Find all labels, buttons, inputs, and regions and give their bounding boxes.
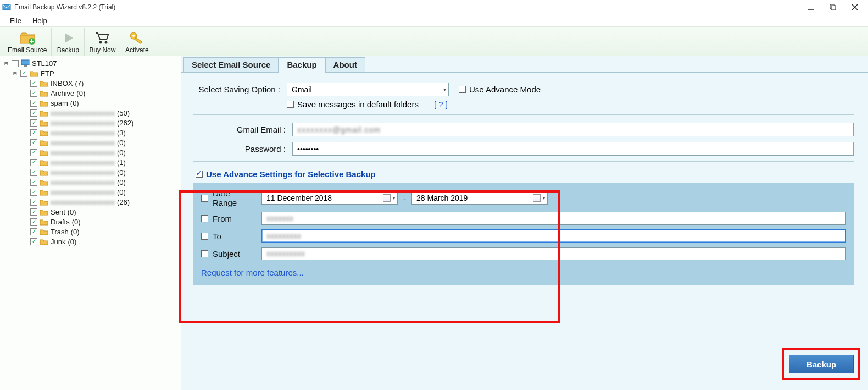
tree-item[interactable]: xxxxxxxxxxxxxxxxxx (3) (3, 128, 179, 138)
app-icon (2, 3, 11, 12)
calendar-icon (533, 194, 541, 202)
tree-checkbox[interactable] (30, 90, 37, 97)
svg-point-13 (132, 35, 135, 37)
tab-content: Select Saving Option : Gmail ▾ Use Advan… (181, 73, 868, 390)
svg-rect-16 (24, 65, 27, 67)
tree-item[interactable]: xxxxxxxxxxxxxxxxxx (262) (3, 118, 179, 128)
tree-checkbox[interactable] (30, 208, 37, 216)
tree-item[interactable]: xxxxxxxxxxxxxxxxxx (0) (3, 167, 179, 177)
close-button[interactable] (844, 1, 866, 13)
folder-icon (40, 149, 48, 156)
minimize-button[interactable] (800, 1, 822, 13)
tab-select-email-source[interactable]: Select Email Source (183, 57, 279, 72)
toolbar-email-source[interactable]: Email Source (3, 28, 52, 56)
tree-checkbox[interactable] (30, 100, 37, 107)
menu-file[interactable]: File (4, 15, 27, 26)
folder-icon (40, 89, 48, 97)
folder-icon (40, 198, 48, 206)
tree-checkbox[interactable] (30, 189, 37, 196)
folder-icon (40, 79, 48, 87)
window-title: Email Backup Wizard v8.2.2 (Trial) (14, 3, 115, 11)
folder-icon (40, 129, 48, 136)
request-features-link[interactable]: Request for more features... (201, 268, 304, 277)
svg-rect-15 (21, 60, 29, 65)
tree-checkbox[interactable] (30, 149, 37, 156)
folder-icon (40, 218, 48, 226)
tree-checkbox[interactable] (30, 159, 37, 166)
collapse-icon[interactable]: ⊟ (12, 70, 18, 77)
password-input[interactable]: •••••••• (292, 142, 854, 156)
tree-item[interactable]: Junk (0) (3, 237, 179, 246)
tree-item[interactable]: xxxxxxxxxxxxxxxxxx (0) (3, 138, 179, 147)
to-input[interactable]: xxxxxxxxx (261, 229, 846, 243)
date-from-input[interactable]: 11 December 2018 ▾ (261, 191, 398, 205)
save-default-checkbox[interactable]: Save messages in default folders (287, 100, 419, 109)
maximize-button[interactable] (822, 1, 844, 13)
tree-item[interactable]: spam (0) (3, 98, 179, 108)
tabs: Select Email Source Backup About (181, 56, 868, 73)
tab-backup[interactable]: Backup (279, 57, 325, 73)
to-checkbox[interactable]: To (201, 232, 256, 241)
computer-icon (21, 59, 30, 67)
chevron-down-icon: ▾ (393, 196, 395, 201)
from-input[interactable]: xxxxxxx (261, 212, 846, 225)
tree-checkbox[interactable] (20, 70, 27, 77)
tree-checkbox[interactable] (30, 129, 37, 136)
saving-option-label: Select Saving Option : (193, 85, 287, 94)
date-to-input[interactable]: 28 March 2019 ▾ (411, 191, 548, 205)
tree-checkbox[interactable] (30, 80, 37, 87)
subject-checkbox[interactable]: Subject (201, 249, 256, 259)
tree-item[interactable]: xxxxxxxxxxxxxxxxxx (0) (3, 147, 179, 157)
tree-checkbox[interactable] (30, 109, 37, 117)
tree-item[interactable]: INBOX (7) (3, 78, 179, 88)
calendar-icon (383, 194, 391, 202)
toolbar-activate[interactable]: Activate (120, 28, 153, 56)
svg-rect-14 (135, 37, 142, 43)
svg-point-10 (99, 41, 102, 44)
tree-item[interactable]: Sent (0) (3, 207, 179, 217)
toolbar-backup[interactable]: Backup (52, 28, 85, 56)
menubar: File Help (0, 14, 868, 26)
tree-checkbox[interactable] (12, 60, 19, 67)
svg-rect-3 (831, 6, 836, 10)
folder-icon (40, 178, 48, 186)
tree-item[interactable]: xxxxxxxxxxxxxxxxxx (26) (3, 197, 179, 207)
folder-tree[interactable]: ⊟ STL107 ⊟ FTP INBOX (7)Archive (0)spam … (0, 56, 181, 390)
tree-item[interactable]: xxxxxxxxxxxxxxxxxx (0) (3, 187, 179, 197)
tree-item[interactable]: Trash (0) (3, 227, 179, 237)
tree-checkbox[interactable] (30, 238, 37, 245)
advance-mode-checkbox[interactable]: Use Advance Mode (459, 85, 541, 94)
tree-item[interactable]: Archive (0) (3, 88, 179, 98)
folder-icon (40, 228, 48, 235)
tree-checkbox[interactable] (30, 139, 37, 146)
tree-item[interactable]: xxxxxxxxxxxxxxxxxx (0) (3, 177, 179, 187)
tree-item[interactable]: Drafts (0) (3, 217, 179, 227)
collapse-icon[interactable]: ⊟ (3, 60, 9, 67)
date-range-checkbox[interactable]: Date Range (201, 189, 256, 207)
help-link[interactable]: [ ? ] (434, 100, 448, 109)
adv-settings-panel: Date Range 11 December 2018 ▾ - 28 March… (193, 183, 854, 285)
gmail-email-input[interactable]: xxxxxxxx@gmail.com (292, 123, 854, 136)
from-checkbox[interactable]: From (201, 214, 256, 223)
tree-checkbox[interactable] (30, 119, 37, 127)
adv-settings-checkbox[interactable]: Use Advance Settings for Selective Backu… (196, 169, 854, 179)
menu-help[interactable]: Help (27, 15, 53, 26)
folder-icon (40, 139, 48, 146)
tree-checkbox[interactable] (30, 228, 37, 235)
tree-checkbox[interactable] (30, 169, 37, 176)
titlebar: Email Backup Wizard v8.2.2 (Trial) (0, 0, 868, 14)
backup-button[interactable]: Backup (789, 355, 854, 373)
tree-root[interactable]: ⊟ STL107 (3, 58, 179, 68)
tree-item[interactable]: xxxxxxxxxxxxxxxxxx (50) (3, 108, 179, 118)
tree-checkbox[interactable] (30, 199, 37, 206)
tree-checkbox[interactable] (30, 179, 37, 186)
subject-input[interactable]: xxxxxxxxxx (261, 247, 846, 260)
tree-ftp[interactable]: ⊟ FTP (3, 68, 179, 78)
folder-icon (40, 208, 48, 216)
tab-about[interactable]: About (325, 57, 365, 72)
saving-option-select[interactable]: Gmail ▾ (287, 83, 449, 96)
tree-checkbox[interactable] (30, 218, 37, 226)
tree-item[interactable]: xxxxxxxxxxxxxxxxxx (1) (3, 157, 179, 167)
play-icon (61, 31, 75, 45)
toolbar-buy-now[interactable]: Buy Now (85, 28, 120, 56)
